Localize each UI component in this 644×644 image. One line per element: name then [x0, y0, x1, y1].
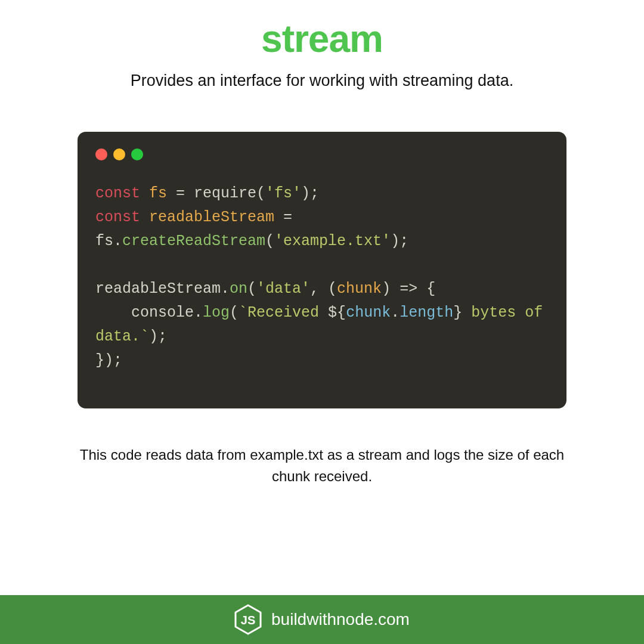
code-window: const fs = require('fs'); const readable… — [78, 132, 566, 408]
window-minimize-icon — [113, 148, 125, 160]
window-maximize-icon — [131, 148, 143, 160]
nodejs-icon: JS — [234, 604, 262, 635]
window-close-icon — [95, 148, 107, 160]
code-description: This code reads data from example.txt as… — [78, 444, 566, 487]
window-controls — [95, 148, 549, 160]
main-content: stream Provides an interface for working… — [0, 0, 644, 595]
svg-text:JS: JS — [241, 614, 255, 627]
code-block: const fs = require('fs'); const readable… — [95, 182, 549, 373]
footer-bar: JS buildwithnode.com — [0, 595, 644, 644]
page-title: stream — [261, 17, 383, 61]
footer-site-label: buildwithnode.com — [271, 610, 410, 629]
page-subtitle: Provides an interface for working with s… — [131, 72, 513, 90]
